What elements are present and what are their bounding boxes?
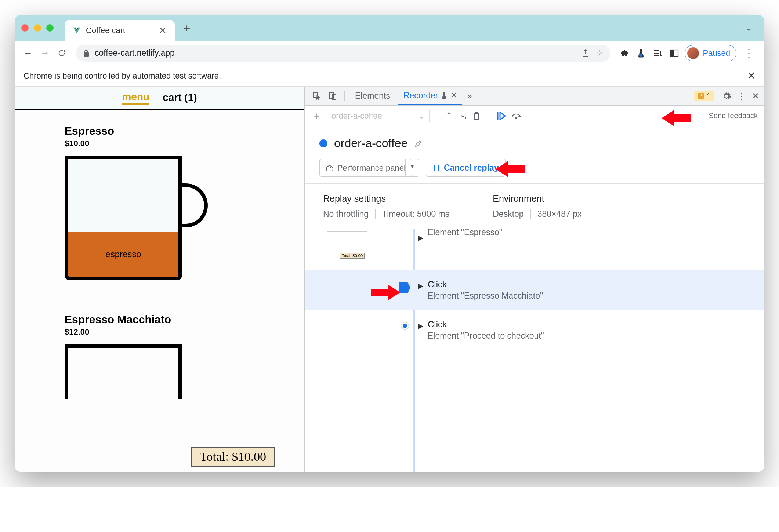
tab-close-button[interactable]: ✕ [159,25,167,36]
replay-button[interactable] [496,111,506,121]
add-recording-button[interactable]: ＋ [311,109,322,123]
total-chip[interactable]: Total: $10.00 [191,447,275,467]
page-content: menu cart (1) Espresso $10.00 espresso E… [15,87,305,472]
lock-icon [83,50,90,57]
step-title: Click [428,279,543,289]
expand-icon[interactable]: ▶ [418,321,423,330]
warning-icon [698,93,704,99]
devtools-menu-icon[interactable]: ⋮ [737,91,746,101]
performance-panel-button[interactable]: Performance panel [319,159,412,177]
devtools-panel: Elements Recorder ✕ » 1 ⋮ ✕ [305,87,764,472]
item-title: Espresso Macchiato [65,313,304,326]
cancel-replay-button[interactable]: Cancel replay [426,159,506,177]
send-feedback-link[interactable]: Send feedback [709,112,758,120]
tab-recorder[interactable]: Recorder ✕ [398,87,463,105]
browser-menu-button[interactable]: ⋮ [740,47,758,59]
forward-button[interactable]: → [38,47,51,60]
nav-link-cart[interactable]: cart (1) [163,92,197,103]
issues-badge[interactable]: 1 [694,91,714,101]
reading-list-icon[interactable] [651,49,664,57]
menu-area: Espresso $10.00 espresso Espresso Macchi… [15,110,304,399]
titlebar: Coffee cart ✕ ＋ ⌄ [15,15,764,41]
address-bar[interactable]: coffee-cart.netlify.app ☆ [76,45,610,62]
step-subtitle: Element "Espresso Macchiato" [428,291,543,301]
step-over-icon[interactable] [511,112,522,120]
svg-point-6 [515,117,517,119]
throttling-value[interactable]: No throttling [323,209,376,219]
step-row[interactable]: Total: $0.00 ▶ Element "Espresso" [305,229,764,270]
recorder-toolbar: ＋ order-a-coffee ⌄ [305,106,764,126]
current-step-marker [399,282,410,293]
tab-overflow-button[interactable]: ⌄ [740,23,758,33]
tab-title: Coffee cart [86,26,125,35]
devtools-tabs: Elements Recorder ✕ » 1 ⋮ ✕ [305,87,764,106]
bookmark-icon[interactable]: ☆ [596,48,603,58]
traffic-lights [21,24,54,32]
step-subtitle: Element "Espresso" [428,229,502,237]
page-nav: menu cart (1) [15,87,304,110]
recording-select[interactable]: order-a-coffee ⌄ [327,109,430,123]
cup-handle [181,183,208,227]
reload-button[interactable] [55,47,68,60]
browser-window: Coffee cart ✕ ＋ ⌄ ← → coffee-cart.netlif… [15,15,764,472]
profile-paused-chip[interactable]: Paused [685,45,736,61]
item-price: $12.00 [65,327,304,337]
devtools-close-icon[interactable]: ✕ [752,91,759,101]
import-icon[interactable] [459,112,467,120]
maximize-window-button[interactable] [46,24,54,32]
infobar-close-button[interactable]: ✕ [747,70,756,82]
step-row[interactable]: ▶ Click Element "Proceed to checkout" [305,310,764,350]
recording-select-value: order-a-coffee [331,111,382,121]
toolbar: ← → coffee-cart.netlify.app ☆ [15,41,764,65]
expand-icon[interactable]: ▶ [418,281,423,290]
settings-icon[interactable] [722,91,731,101]
paused-label: Paused [703,48,730,58]
automation-infobar: Chrome is being controlled by automated … [15,65,764,87]
close-window-button[interactable] [21,24,29,32]
edit-name-icon[interactable] [414,139,423,148]
coffee-cup[interactable]: espresso [65,156,208,291]
pause-icon [433,164,440,172]
step-thumbnail: Total: $0.00 [327,231,367,261]
device-value[interactable]: Desktop [493,209,530,219]
browser-tab[interactable]: Coffee cart ✕ [65,20,175,41]
cup-fill-label: espresso [105,249,141,259]
inspect-icon[interactable] [310,92,323,101]
item-price: $10.00 [65,139,304,148]
coffee-cup[interactable] [65,344,208,399]
cup-body [65,344,182,399]
delete-icon[interactable] [472,112,481,120]
timeout-value[interactable]: Timeout: 5000 ms [382,209,456,219]
tab-close-icon[interactable]: ✕ [450,91,457,100]
item-title: Espresso [65,125,304,137]
step-marker-dot [401,322,409,329]
new-tab-button[interactable]: ＋ [181,21,192,36]
back-button[interactable]: ← [21,47,35,60]
minimize-window-button[interactable] [34,24,41,32]
more-tabs-icon[interactable]: » [465,91,474,101]
labs-icon[interactable] [635,48,647,58]
performance-dropdown-button[interactable]: ▾ [405,159,419,177]
viewport-value[interactable]: 380×487 px [537,209,588,219]
recording-status-dot [319,139,327,147]
share-icon[interactable] [582,49,589,57]
side-panel-icon[interactable] [668,49,681,57]
reload-icon [57,49,66,58]
device-mode-icon[interactable] [326,92,339,101]
export-icon[interactable] [445,112,453,120]
svg-rect-3 [329,93,334,99]
svg-rect-2 [671,50,674,57]
gauge-icon [326,164,334,172]
annotation-arrow-icon [496,159,525,179]
expand-icon[interactable]: ▶ [418,233,423,242]
nav-link-menu[interactable]: menu [122,91,149,105]
recording-header: order-a-coffee Performance panel ▾ [305,126,764,183]
infobar-text: Chrome is being controlled by automated … [23,71,221,81]
settings-row: Replay settings No throttling Timeout: 5… [305,183,764,229]
vue-icon [73,26,81,34]
url-text: coffee-cart.netlify.app [95,48,575,58]
tab-elements[interactable]: Elements [350,87,395,105]
recording-name: order-a-coffee [334,136,407,150]
step-row-current[interactable]: ▶ Click Element "Espresso Macchiato" [305,270,764,310]
extensions-icon[interactable] [618,49,631,58]
